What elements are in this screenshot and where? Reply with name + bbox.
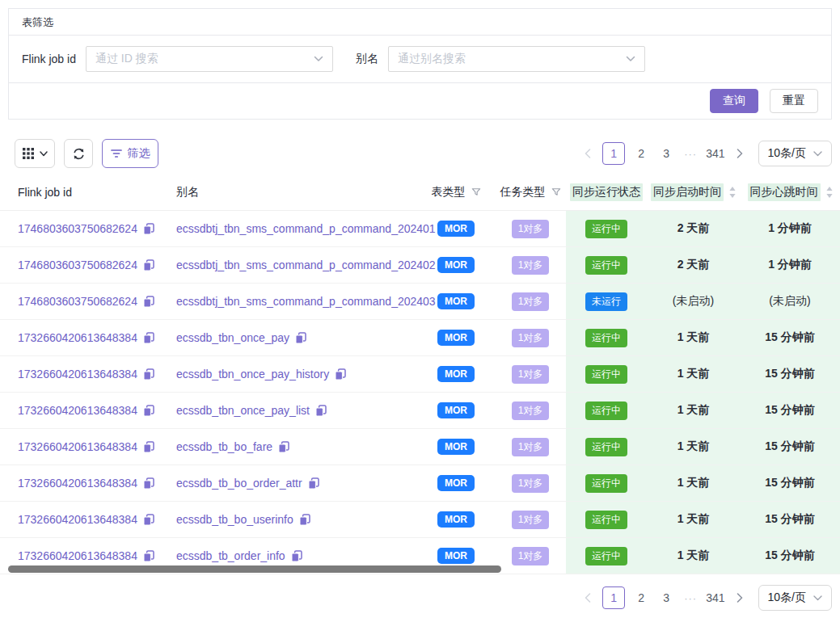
alias-value[interactable]: ecssdbtj_tbn_sms_command_p_command_20240…	[176, 295, 436, 308]
flink-job-id-label: Flink job id	[22, 53, 76, 65]
alias-value[interactable]: ecssdb_tbn_once_pay_list	[176, 404, 310, 417]
copy-icon[interactable]	[315, 405, 327, 417]
copy-icon[interactable]	[143, 477, 154, 490]
grid-icon	[23, 148, 34, 159]
filter-fields-row: Flink job id 通过 ID 搜索 别名 通过别名搜索	[9, 36, 831, 83]
horizontal-scrollbar-thumb[interactable]	[8, 565, 501, 573]
table-row: 1732660420613648384 ecssdb_tb_bo_fare MO…	[0, 429, 840, 465]
page-size-select[interactable]: 10条/页	[758, 585, 832, 611]
page-button-last[interactable]: 341	[706, 147, 724, 160]
copy-icon[interactable]	[335, 368, 346, 380]
alias-cell: ecssdb_tbn_once_pay_history	[158, 356, 417, 392]
funnel-filter-icon[interactable]	[471, 187, 481, 197]
table-type-cell: MOR	[417, 356, 495, 392]
sync-start-time-cell: 1 天前	[647, 502, 740, 537]
page-button-last[interactable]: 341	[706, 591, 724, 604]
table-toolbar: 筛选 1 2 3 ··· 341 10条/页	[0, 139, 840, 168]
page-button-2[interactable]: 2	[632, 147, 650, 160]
alias-value[interactable]: ecssdbtj_tbn_sms_command_p_command_20240…	[176, 222, 436, 235]
copy-icon[interactable]	[143, 223, 154, 235]
copy-icon[interactable]	[143, 332, 154, 344]
flink-job-id-select[interactable]: 通过 ID 搜索	[86, 46, 333, 72]
copy-icon[interactable]	[143, 368, 154, 380]
copy-icon[interactable]	[143, 514, 154, 526]
flink-job-id-value[interactable]: 1746803603750682624	[18, 259, 137, 271]
heartbeat-time-value: 15 分钟前	[765, 330, 814, 345]
flink-job-id-value[interactable]: 1732660420613648384	[18, 549, 137, 562]
next-page-button[interactable]	[732, 149, 747, 158]
task-type-badge: 1对多	[512, 256, 550, 275]
alias-value[interactable]: ecssdb_tb_bo_userinfo	[176, 513, 293, 526]
filter-lines-icon	[111, 149, 122, 158]
alias-value[interactable]: ecssdb_tb_bo_fare	[176, 440, 272, 453]
table-type-badge: MOR	[437, 439, 475, 455]
flink-job-id-value[interactable]: 1732660420613648384	[18, 513, 137, 526]
table-row: 1746803603750682624 ecssdbtj_tbn_sms_com…	[0, 284, 840, 320]
reset-button[interactable]: 重置	[770, 89, 818, 113]
sorter-icon[interactable]	[729, 187, 736, 198]
copy-icon[interactable]	[308, 477, 319, 490]
sync-start-time-cell: 1 天前	[647, 538, 740, 574]
flink-job-id-cell: 1732660420613648384	[0, 320, 158, 355]
task-type-badge: 1对多	[512, 547, 550, 565]
page-button-1[interactable]: 1	[602, 586, 625, 609]
page-button-3[interactable]: 3	[657, 591, 675, 604]
copy-icon[interactable]	[143, 441, 154, 453]
table-type-cell: MOR	[417, 429, 495, 465]
query-button[interactable]: 查询	[710, 89, 758, 113]
alias-value[interactable]: ecssdb_tbn_once_pay_history	[176, 368, 329, 380]
copy-icon[interactable]	[143, 296, 154, 308]
copy-icon[interactable]	[278, 441, 289, 453]
alias-value[interactable]: ecssdb_tb_bo_order_attr	[176, 477, 302, 490]
density-button[interactable]	[15, 139, 55, 168]
flink-job-id-value[interactable]: 1732660420613648384	[18, 477, 137, 490]
page-button-2[interactable]: 2	[632, 591, 650, 604]
refresh-button[interactable]	[64, 139, 93, 168]
page-button-3[interactable]: 3	[657, 147, 675, 160]
sync-start-time-cell: 1 天前	[647, 465, 740, 501]
pagination-ellipsis[interactable]: ···	[682, 592, 699, 604]
sync-status-cell: 运行中	[566, 465, 647, 501]
start-time-value: 2 天前	[677, 258, 710, 272]
col-header-table-type: 表类型	[417, 174, 495, 210]
alias-value[interactable]: ecssdb_tbn_once_pay	[176, 331, 289, 344]
flink-job-id-value[interactable]: 1746803603750682624	[18, 295, 137, 308]
col-header-flink-job-id: Flink job id	[0, 174, 158, 210]
alias-cell: ecssdbtj_tbn_sms_command_p_command_20240…	[158, 211, 417, 246]
prev-page-button[interactable]	[580, 149, 595, 158]
heartbeat-time-value: 15 分钟前	[765, 512, 814, 527]
refresh-icon	[73, 148, 85, 160]
copy-icon[interactable]	[143, 405, 154, 417]
table-filter-button[interactable]: 筛选	[102, 139, 158, 168]
table-row: 1732660420613648384 ecssdb_tb_bo_userinf…	[0, 502, 840, 538]
prev-page-button[interactable]	[580, 593, 595, 603]
table-row: 1732660420613648384 ecssdb_tbn_once_pay_…	[0, 393, 840, 429]
copy-icon[interactable]	[143, 550, 154, 562]
flink-job-id-value[interactable]: 1732660420613648384	[18, 368, 137, 380]
flink-job-id-value[interactable]: 1732660420613648384	[18, 440, 137, 453]
alias-select[interactable]: 通过别名搜索	[388, 46, 645, 72]
flink-job-id-value[interactable]: 1746803603750682624	[18, 222, 137, 235]
alias-value[interactable]: ecssdbtj_tbn_sms_command_p_command_20240…	[176, 259, 436, 271]
start-time-value: 1 天前	[677, 476, 710, 490]
pagination-ellipsis[interactable]: ···	[682, 148, 699, 160]
alias-value[interactable]: ecssdb_tb_order_info	[176, 549, 285, 562]
copy-icon[interactable]	[143, 259, 154, 271]
flink-job-id-value[interactable]: 1732660420613648384	[18, 331, 137, 344]
alias-cell: ecssdb_tb_bo_fare	[158, 429, 417, 465]
page-size-select[interactable]: 10条/页	[758, 141, 832, 166]
copy-icon[interactable]	[291, 550, 302, 562]
flink-job-id-value[interactable]: 1732660420613648384	[18, 404, 137, 417]
filter-panel: 表筛选 Flink job id 通过 ID 搜索 别名 通过别名搜索 查询 重…	[8, 8, 832, 120]
table-filter-button-label: 筛选	[128, 146, 150, 161]
sorter-icon[interactable]	[826, 187, 833, 198]
task-type-badge: 1对多	[512, 511, 550, 529]
funnel-filter-icon[interactable]	[551, 187, 561, 197]
page-button-1[interactable]: 1	[602, 142, 625, 165]
task-type-cell: 1对多	[495, 320, 566, 355]
next-page-button[interactable]	[732, 593, 747, 603]
copy-icon[interactable]	[299, 514, 310, 526]
alias-cell: ecssdb_tbn_once_pay_list	[158, 393, 417, 428]
sync-status-cell: 运行中	[566, 247, 647, 283]
copy-icon[interactable]	[295, 332, 306, 344]
